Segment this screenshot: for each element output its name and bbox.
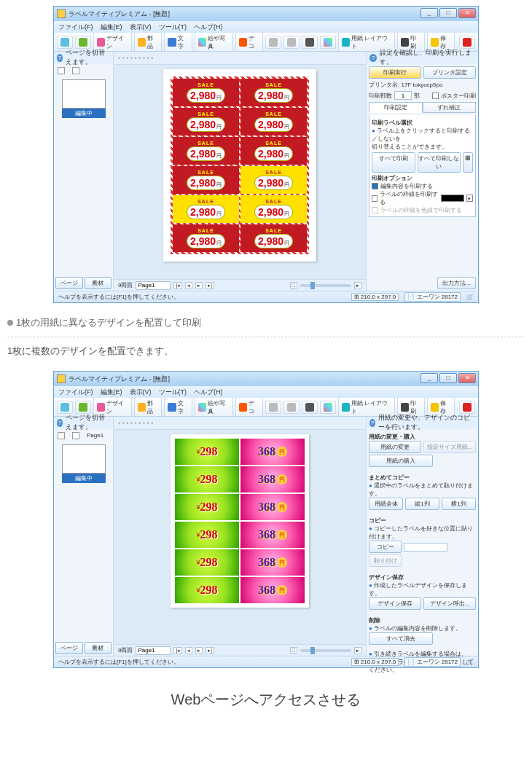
tool-color[interactable] bbox=[320, 36, 336, 49]
sale-label[interactable]: SALE2,980円 bbox=[173, 195, 239, 223]
paper-size-button[interactable]: 指定サイズ用紙... bbox=[423, 441, 476, 453]
minimize-button[interactable]: _ bbox=[420, 373, 438, 383]
nav-first[interactable]: |◂ bbox=[173, 282, 182, 289]
price-label[interactable]: ¥298 bbox=[175, 549, 239, 576]
menu-file[interactable]: ファイル(F) bbox=[58, 388, 93, 397]
print-all-button[interactable]: すべて印刷 bbox=[372, 152, 415, 173]
tool-open[interactable] bbox=[57, 401, 73, 414]
sale-label[interactable]: SALE2,980円 bbox=[173, 166, 239, 194]
sale-label[interactable]: SALE2,980円 bbox=[240, 195, 307, 223]
color-dropdown[interactable]: ▾ bbox=[466, 195, 473, 202]
tab-print-settings[interactable]: 印刷設定 bbox=[369, 102, 423, 113]
page-prev-icon[interactable] bbox=[58, 67, 65, 74]
paper-change-button[interactable]: 用紙の変更 bbox=[369, 441, 421, 453]
price-label[interactable]: 368円 bbox=[240, 494, 305, 520]
nav-last[interactable]: ▸| bbox=[206, 647, 214, 654]
left-tab-page[interactable]: ページ bbox=[55, 277, 83, 289]
minimize-button[interactable]: _ bbox=[420, 8, 438, 18]
zoom-fit[interactable]: □ bbox=[290, 282, 297, 289]
output-method-button[interactable]: 出力方法... bbox=[437, 277, 476, 289]
price-label[interactable]: ¥298 bbox=[175, 577, 239, 603]
menu-edit[interactable]: 編集(E) bbox=[101, 23, 122, 32]
tool-parts[interactable]: 部品 bbox=[134, 398, 162, 417]
menu-help[interactable]: ヘルプ(H) bbox=[194, 388, 223, 397]
tool-grid2[interactable] bbox=[283, 401, 300, 414]
bulk-all-button[interactable]: 用紙全体 bbox=[369, 498, 403, 510]
page-name-input[interactable] bbox=[136, 646, 171, 655]
copy-button[interactable]: コピー bbox=[369, 541, 402, 553]
print-none-button[interactable]: すべて印刷しない bbox=[418, 152, 461, 173]
tool-brush[interactable] bbox=[75, 36, 91, 49]
maximize-button[interactable]: □ bbox=[439, 373, 457, 383]
page-tab[interactable]: Page1 bbox=[87, 432, 103, 439]
opt-c-check[interactable] bbox=[372, 207, 378, 213]
design-load-button[interactable]: デザイン呼出... bbox=[423, 597, 476, 610]
bulk-col-button[interactable]: 縦1列 bbox=[405, 498, 439, 510]
tool-barcode[interactable] bbox=[302, 401, 318, 414]
zoom-fit[interactable]: □ bbox=[290, 647, 297, 654]
price-label[interactable]: 368円 bbox=[240, 439, 305, 465]
menu-tool[interactable]: ツール(T) bbox=[159, 388, 187, 397]
menu-tool[interactable]: ツール(T) bbox=[159, 23, 187, 32]
price-label[interactable]: 368円 bbox=[240, 577, 305, 603]
printer-setup-button[interactable]: プリンタ設定 bbox=[423, 66, 476, 79]
maximize-button[interactable]: □ bbox=[439, 8, 457, 18]
page-thumbnail[interactable] bbox=[62, 79, 106, 109]
frame-color-swatch[interactable] bbox=[441, 195, 463, 202]
price-label[interactable]: ¥298 bbox=[175, 522, 239, 548]
paste-button[interactable]: 貼り付け bbox=[369, 554, 402, 567]
tool-text[interactable]: 文字 bbox=[164, 398, 192, 417]
nav-first[interactable]: |◂ bbox=[173, 647, 182, 654]
tool-open[interactable] bbox=[57, 36, 73, 49]
print-preview-icon[interactable]: ▦ bbox=[463, 152, 473, 173]
zoom-in[interactable]: ▸ bbox=[354, 282, 361, 289]
opt-b-check[interactable] bbox=[372, 195, 378, 202]
paper-buy-button[interactable]: 用紙の購入 bbox=[369, 455, 433, 467]
nav-last[interactable]: ▸| bbox=[206, 282, 214, 289]
sale-label[interactable]: SALE2,980円 bbox=[240, 108, 307, 136]
page-thumbnail[interactable] bbox=[62, 444, 106, 474]
sale-label[interactable]: SALE2,980円 bbox=[173, 224, 239, 252]
sale-label[interactable]: SALE2,980円 bbox=[240, 137, 307, 165]
print-exec-button[interactable]: 印刷実行 bbox=[369, 66, 421, 79]
page-name-input[interactable] bbox=[136, 281, 171, 290]
zoom-in[interactable]: ▸ bbox=[354, 647, 361, 654]
nav-next[interactable]: ▸ bbox=[195, 282, 203, 289]
tool-deco[interactable]: デコ bbox=[235, 398, 263, 417]
price-label[interactable]: ¥298 bbox=[175, 466, 239, 493]
nav-prev[interactable]: ◂ bbox=[185, 647, 192, 654]
price-label[interactable]: ¥298 bbox=[175, 494, 239, 520]
copy-target-input[interactable] bbox=[404, 543, 447, 552]
price-label[interactable]: 368円 bbox=[240, 466, 305, 493]
close-button[interactable]: ✕ bbox=[458, 373, 476, 383]
copies-input[interactable] bbox=[394, 91, 412, 100]
tool-pop[interactable] bbox=[459, 36, 475, 49]
menu-edit[interactable]: 編集(E) bbox=[101, 388, 122, 397]
menu-view[interactable]: 表示(V) bbox=[130, 388, 152, 397]
sale-label[interactable]: SALE2,980円 bbox=[240, 79, 307, 106]
menu-help[interactable]: ヘルプ(H) bbox=[194, 23, 223, 32]
zoom-slider[interactable] bbox=[300, 649, 351, 652]
page-prev-icon[interactable] bbox=[58, 432, 65, 439]
cart-icon[interactable]: 🛒 bbox=[466, 659, 474, 665]
price-label[interactable]: 368円 bbox=[240, 549, 305, 576]
page-next-icon[interactable] bbox=[72, 67, 79, 74]
poster-check[interactable] bbox=[432, 93, 439, 99]
tool-photo[interactable]: 絵や写真 bbox=[195, 33, 233, 52]
sale-label[interactable]: SALE2,980円 bbox=[173, 79, 239, 106]
tool-photo[interactable]: 絵や写真 bbox=[195, 398, 233, 417]
opt-a-check[interactable] bbox=[372, 183, 378, 189]
nav-next[interactable]: ▸ bbox=[195, 647, 203, 654]
sale-label[interactable]: SALE2,980円 bbox=[240, 224, 307, 252]
tool-deco[interactable]: デコ bbox=[235, 33, 263, 52]
tool-barcode[interactable] bbox=[302, 36, 318, 49]
left-tab-material[interactable]: 素材 bbox=[85, 642, 112, 654]
tool-text[interactable]: 文字 bbox=[164, 33, 192, 52]
tool-grid2[interactable] bbox=[283, 36, 300, 49]
close-button[interactable]: ✕ bbox=[458, 8, 476, 18]
menu-view[interactable]: 表示(V) bbox=[130, 23, 152, 32]
page-next-icon[interactable] bbox=[72, 432, 79, 439]
tab-offset[interactable]: ずれ補正 bbox=[423, 102, 477, 113]
left-tab-page[interactable]: ページ bbox=[55, 642, 83, 654]
tool-color[interactable] bbox=[320, 401, 336, 414]
